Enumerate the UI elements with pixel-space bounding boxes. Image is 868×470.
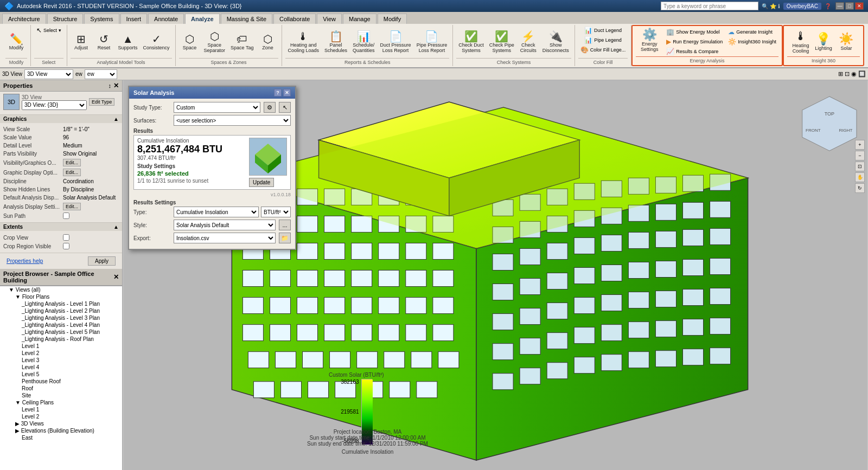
tree-item-level-1[interactable]: Level 1	[0, 343, 122, 350]
tab-collaborate[interactable]: Collaborate	[273, 14, 316, 24]
tab-structure[interactable]: Structure	[47, 14, 84, 24]
check-duct-button[interactable]: ✅ Check DuctSystems	[456, 30, 486, 54]
maximize-button[interactable]: □	[845, 2, 854, 10]
tree-item-level-5[interactable]: Level 5	[0, 371, 122, 378]
results-compare-button[interactable]: 📈 Results & Compare	[664, 47, 725, 56]
run-energy-simulation-button[interactable]: ▶ Run Energy Simulation	[664, 37, 725, 46]
space-tag-button[interactable]: 🏷 Space Tag	[228, 33, 256, 51]
tree-item-east[interactable]: East	[0, 434, 122, 441]
lighting-button[interactable]: 💡 Lighting	[813, 32, 834, 52]
study-type-settings-btn[interactable]: ⚙	[264, 102, 276, 113]
reset-button[interactable]: ↺ Reset	[93, 33, 115, 51]
select-button[interactable]: ↖Select ▾	[34, 26, 63, 35]
window-controls[interactable]: — □ ✕	[835, 2, 864, 10]
graphic-display-edit-button[interactable]: Edit...	[63, 169, 81, 176]
pipe-pressure-button[interactable]: 📄 Pipe PressureLoss Report	[414, 30, 450, 54]
tree-item-elevations[interactable]: ▶ Elevations (Building Elevation)	[0, 427, 122, 434]
project-browser-close-button[interactable]: ✕	[113, 273, 119, 281]
pipe-legend-button[interactable]: 📊Pipe Legend	[582, 36, 624, 44]
zone-button[interactable]: ⬡ Zone	[257, 33, 278, 51]
tree-item-level-4[interactable]: Level 4	[0, 364, 122, 371]
zoom-fit-button[interactable]: ⊡	[855, 162, 865, 171]
zoom-in-button[interactable]: +	[855, 140, 865, 150]
style-select[interactable]: Solar Analysis Default	[174, 220, 276, 230]
tree-item-roof[interactable]: Roof	[0, 385, 122, 392]
tree-item-level-2[interactable]: Level 2	[0, 350, 122, 357]
modify-button[interactable]: ✏️ Modify	[5, 33, 27, 51]
properties-help-link[interactable]: Properties help	[3, 257, 46, 265]
tree-item-level-3[interactable]: Level 3	[0, 357, 122, 364]
solar-button[interactable]: ☀️ Solar	[835, 32, 857, 52]
tree-item-ceiling-1[interactable]: Level 1	[0, 406, 122, 413]
duct-legend-button[interactable]: 📊Duct Legend	[582, 26, 624, 35]
viewport[interactable]: TOP FRONT RIGHT Solar Analysis ? ✕ Study…	[123, 80, 868, 470]
graphics-section-header[interactable]: Graphics ▲	[0, 115, 122, 123]
minimize-button[interactable]: —	[835, 2, 844, 10]
generate-insight-button[interactable]: ☁ Generate Insight	[726, 28, 778, 36]
close-button[interactable]: ✕	[855, 2, 864, 10]
update-button[interactable]: Update	[249, 178, 274, 187]
tab-annotate[interactable]: Annotate	[148, 14, 184, 24]
tree-item-ceiling-2[interactable]: Level 2	[0, 413, 122, 420]
type-select[interactable]: Cumulative Insolation	[174, 207, 259, 217]
space-separator-button[interactable]: ⬡ SpaceSeparator	[202, 30, 228, 54]
tree-item-floor-plan-roof[interactable]: _Lighting Analysis - Roof Plan	[0, 336, 122, 343]
visibility-edit-button[interactable]: Edit...	[63, 159, 81, 166]
tree-item-3d-views[interactable]: ▶ 3D Views	[0, 420, 122, 427]
show-energy-model-button[interactable]: 🏢 Show Energy Model	[664, 28, 725, 36]
study-type-select[interactable]: Custom	[174, 102, 260, 113]
energy-settings-button[interactable]: ⚙️ EnergySettings	[636, 28, 663, 53]
tab-manage[interactable]: Manage	[343, 14, 376, 24]
solar-dialog-minimize[interactable]: ?	[274, 89, 282, 96]
tab-analyze[interactable]: Analyze	[185, 14, 220, 24]
tree-item-penthouse[interactable]: Penthouse Roof	[0, 378, 122, 385]
tab-architecture[interactable]: Architecture	[2, 14, 46, 24]
tree-item-views-all[interactable]: ▼ Views (all)	[0, 286, 122, 293]
apply-button[interactable]: Apply	[88, 256, 116, 266]
solar-dialog-close[interactable]: ✕	[283, 89, 291, 96]
export-select[interactable]: Insolation.csv	[174, 233, 276, 243]
search-input[interactable]	[661, 2, 758, 10]
crop-view-checkbox[interactable]	[63, 234, 69, 241]
extents-section-header[interactable]: Extents ▲	[0, 223, 122, 231]
pan-button[interactable]: ✋	[855, 172, 865, 182]
view-detail-select[interactable]: ew	[85, 69, 117, 79]
style-settings-btn[interactable]: ...	[279, 220, 291, 230]
heating-cooling-insight-button[interactable]: 🌡 HeatingCooling	[790, 29, 812, 55]
zoom-out-button[interactable]: −	[855, 151, 865, 160]
supports-button[interactable]: ▲ Supports	[116, 33, 140, 51]
tree-item-floor-plan-2[interactable]: _Lighting Analysis - Level 2 Plan	[0, 307, 122, 314]
tree-item-floor-plan-1[interactable]: _Lighting Analysis - Level 1 Plan	[0, 300, 122, 307]
adjust-button[interactable]: ⊞ Adjust	[71, 33, 92, 51]
tree-item-floor-plan-4[interactable]: _Lighting Analysis - Level 4 Plan	[0, 321, 122, 329]
duct-pressure-button[interactable]: 📄 Duct PressureLoss Report	[378, 30, 413, 54]
tree-item-ceiling-plans[interactable]: ▼ Ceiling Plans	[0, 399, 122, 406]
view-type-select[interactable]: 3D View	[24, 69, 73, 79]
type-unit-select[interactable]: BTU/ft²	[261, 207, 291, 217]
check-circuits-button[interactable]: ⚡ CheckCircuits	[518, 30, 539, 54]
analysis-display-edit-button[interactable]: Edit...	[63, 203, 81, 210]
tree-item-floor-plan-5[interactable]: _Lighting Analysis - Level 5 Plan	[0, 329, 122, 336]
edit-type-button[interactable]: Edit Type	[89, 98, 114, 106]
tab-insert[interactable]: Insert	[120, 14, 148, 24]
tab-modify[interactable]: Modify	[378, 14, 407, 24]
properties-close-button[interactable]: ✕	[113, 82, 119, 89]
properties-expand-icon[interactable]: ↕	[108, 82, 112, 89]
panel-schedules-button[interactable]: 📋 PanelSchedules	[322, 30, 349, 54]
tab-systems[interactable]: Systems	[84, 14, 119, 24]
export-browse-btn[interactable]: 📁	[279, 233, 291, 243]
space-button[interactable]: ⬡ Space	[179, 33, 201, 51]
orbit-button[interactable]: ↻	[855, 183, 865, 193]
color-fill-legend-button[interactable]: 🎨Color Fill Lege...	[578, 46, 628, 54]
crop-region-checkbox[interactable]	[63, 243, 69, 249]
surfaces-select[interactable]: <user selection>	[174, 115, 291, 126]
heating-cooling-button[interactable]: 🌡 Heating andCooling Loads	[285, 30, 321, 54]
insight360-button[interactable]: 🔆 Insight360 Insight	[726, 37, 778, 46]
tree-item-floor-plans[interactable]: ▼ Floor Plans	[0, 293, 122, 300]
tree-item-floor-plan-3[interactable]: _Lighting Analysis - Level 3 Plan	[0, 314, 122, 321]
schedule-quantities-button[interactable]: 📊 Schedule/Quantities	[350, 30, 377, 54]
sun-path-checkbox[interactable]	[63, 213, 69, 219]
tab-view[interactable]: View	[317, 14, 342, 24]
show-disconnects-button[interactable]: 🔌 ShowDisconnects	[540, 30, 571, 54]
view-name-select[interactable]: 3D View: {3D}	[22, 100, 87, 110]
